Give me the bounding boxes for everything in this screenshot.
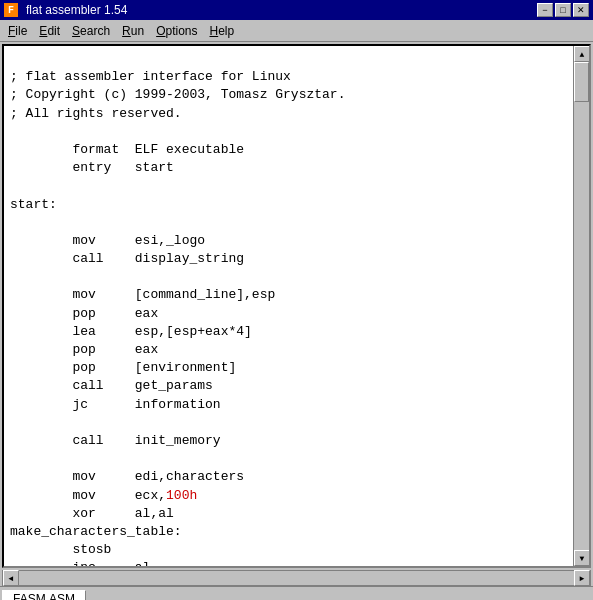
- title-bar-left: F flat assembler 1.54: [4, 3, 127, 17]
- scroll-up-button[interactable]: ▲: [574, 46, 590, 62]
- maximize-button[interactable]: □: [555, 3, 571, 17]
- code-editor[interactable]: ; flat assembler interface for Linux ; C…: [4, 46, 573, 566]
- tab-fasm-asm[interactable]: FASM.ASM: [2, 590, 86, 600]
- vertical-scrollbar[interactable]: ▲ ▼: [573, 46, 589, 566]
- menu-file[interactable]: File: [2, 22, 33, 40]
- menu-options[interactable]: Options: [150, 22, 203, 40]
- scroll-track-v[interactable]: [574, 62, 589, 550]
- menu-search[interactable]: Search: [66, 22, 116, 40]
- scroll-down-button[interactable]: ▼: [574, 550, 590, 566]
- window-title: flat assembler 1.54: [26, 3, 127, 17]
- tab-bar: FASM.ASM: [0, 586, 593, 600]
- menu-bar: File Edit Search Run Options Help: [0, 20, 593, 42]
- horizontal-scrollbar[interactable]: ◄ ►: [2, 570, 591, 586]
- scroll-thumb-v[interactable]: [574, 62, 589, 102]
- scroll-right-button[interactable]: ►: [574, 570, 590, 586]
- app-icon: F: [4, 3, 18, 17]
- editor-container: ; flat assembler interface for Linux ; C…: [2, 44, 591, 568]
- title-buttons: − □ ✕: [537, 3, 589, 17]
- scroll-track-h[interactable]: [19, 571, 574, 585]
- menu-edit[interactable]: Edit: [33, 22, 66, 40]
- minimize-button[interactable]: −: [537, 3, 553, 17]
- close-button[interactable]: ✕: [573, 3, 589, 17]
- title-bar: F flat assembler 1.54 − □ ✕: [0, 0, 593, 20]
- menu-run[interactable]: Run: [116, 22, 150, 40]
- menu-help[interactable]: Help: [204, 22, 241, 40]
- scroll-left-button[interactable]: ◄: [3, 570, 19, 586]
